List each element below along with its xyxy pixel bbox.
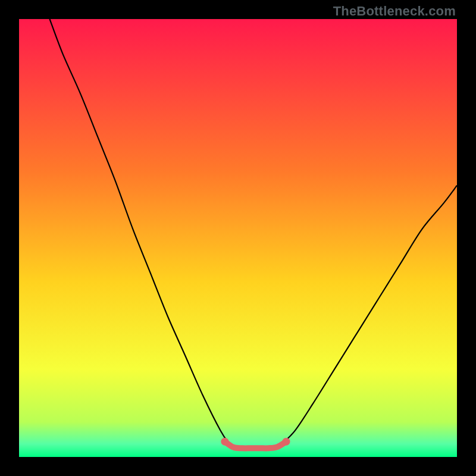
watermark-text: TheBottleneck.com [333, 4, 456, 19]
left-curve [50, 19, 230, 444]
right-curve [282, 186, 457, 444]
accent-end-dot [221, 438, 228, 446]
chart-frame: TheBottleneck.com [0, 0, 476, 476]
accent-end-dot [283, 438, 290, 446]
plot-area [19, 19, 457, 457]
accent-curve [225, 441, 286, 448]
curve-layer [19, 19, 457, 457]
